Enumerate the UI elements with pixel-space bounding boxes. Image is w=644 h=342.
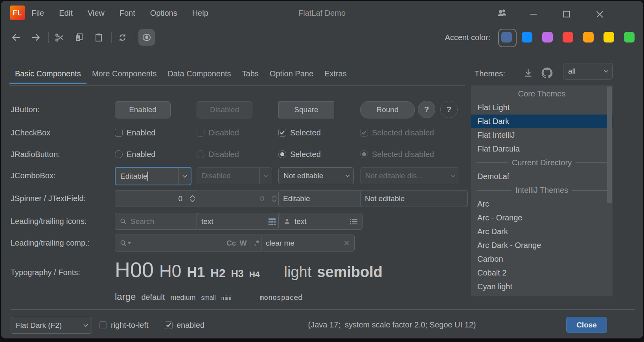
theme-item-arc-dark[interactable]: Arc Dark [471, 225, 613, 238]
spinner-value: 0 [120, 194, 182, 203]
accent-swatch-blue[interactable] [522, 32, 532, 43]
copy-button[interactable] [71, 29, 87, 46]
maximize-button[interactable] [560, 7, 573, 21]
tab-more-components[interactable]: More Components [86, 63, 162, 84]
menu-file[interactable]: File [31, 9, 44, 18]
cut-button[interactable] [51, 29, 68, 46]
jcheckbox-row-label: JCheckBox [11, 124, 50, 141]
radio-selected-icon [360, 150, 368, 158]
github-button[interactable] [540, 66, 554, 79]
search-comp-field[interactable]: Cc W .* [115, 235, 264, 251]
search-field[interactable]: Search [115, 213, 199, 230]
scrollbar-thumb[interactable] [607, 87, 612, 203]
square-button[interactable]: Square [278, 101, 334, 118]
accent-swatch-red[interactable] [563, 32, 573, 43]
regex-button[interactable]: .* [254, 239, 259, 248]
accent-swatch-blue-gray[interactable] [501, 32, 512, 43]
match-case-button[interactable]: Cc [226, 239, 236, 248]
theme-item-demolaf[interactable]: DemoLaf [471, 170, 613, 183]
accent-swatch-orange[interactable] [583, 32, 594, 43]
radio-enabled[interactable]: Enabled [115, 149, 155, 159]
small-sample: small [201, 294, 215, 301]
laf-combobox-value: Flat Dark (F2) [11, 321, 80, 330]
chevron-down-icon[interactable] [178, 168, 191, 185]
round-button[interactable]: Round [360, 101, 415, 118]
theme-item-arc-dark-orange[interactable]: Arc Dark - Orange [471, 238, 613, 252]
theme-item-carbon[interactable]: Carbon [471, 252, 613, 266]
theme-item-cobalt-2[interactable]: Cobalt 2 [471, 266, 613, 280]
text-field-table-icon[interactable]: text [197, 213, 281, 230]
spinner-value: 0 [201, 194, 264, 203]
accent-swatch-yellow[interactable] [604, 32, 614, 43]
back-button[interactable] [8, 29, 24, 46]
scissors-icon [55, 33, 64, 43]
accent-swatch-green[interactable] [624, 32, 635, 43]
whole-word-button[interactable]: W [239, 239, 247, 248]
download-themes-button[interactable] [521, 66, 535, 79]
theme-item-arc[interactable]: Arc [471, 197, 613, 211]
accent-swatch-purple[interactable] [542, 32, 553, 43]
laf-combobox[interactable]: Flat Dark (F2) [11, 317, 92, 334]
help-button-outline[interactable]: ? [440, 101, 458, 118]
close-button[interactable]: Close [566, 317, 607, 333]
main-tabs: Basic Components More Components Data Co… [9, 63, 352, 84]
tab-extras[interactable]: Extras [319, 63, 352, 84]
radio-disabled: Disabled [197, 149, 239, 159]
theme-item-flat-darcula[interactable]: Flat Darcula [471, 142, 613, 156]
editable-combobox[interactable]: Editable [115, 167, 191, 185]
tab-basic-components[interactable]: Basic Components [9, 63, 86, 84]
theme-item-flat-dark[interactable]: Flat Dark [471, 115, 613, 128]
combobox-value: Not editable dis... [361, 172, 447, 180]
clear-icon[interactable] [343, 240, 350, 246]
minimize-button[interactable] [527, 7, 540, 21]
close-window-button[interactable] [593, 7, 606, 21]
help-button[interactable]: ? [418, 101, 435, 118]
themes-filter-combobox[interactable]: all [563, 63, 613, 79]
menu-view[interactable]: View [88, 9, 105, 18]
text-field-person-list[interactable]: text [278, 213, 362, 230]
right-to-left-checkbox[interactable]: right-to-left [99, 320, 149, 330]
tabs-separator-line [9, 85, 465, 86]
checkbox-icon [115, 129, 123, 137]
menu-edit[interactable]: Edit [59, 9, 72, 18]
medium-sample: medium [170, 294, 195, 302]
jcombobox-row-label: JComboBox: [11, 167, 56, 184]
paste-button[interactable] [90, 29, 107, 46]
spinner-up-icon [271, 195, 277, 199]
menu-font[interactable]: Font [120, 9, 135, 18]
typography-styles: large default medium small mini monospac… [115, 291, 302, 302]
search-menu-button[interactable] [120, 239, 131, 247]
radio-selected[interactable]: Selected [278, 149, 321, 159]
menu-options[interactable]: Options [150, 9, 177, 18]
show-hidden-toggle[interactable] [138, 29, 155, 46]
enabled-button[interactable]: Enabled [115, 101, 171, 118]
clearable-field[interactable]: clear me [261, 235, 355, 251]
h2-sample: H2 [210, 266, 225, 280]
list-icon[interactable] [350, 218, 358, 225]
tab-tabs[interactable]: Tabs [237, 63, 264, 84]
light-weight-sample: light [284, 264, 312, 281]
default-sample: default [141, 293, 165, 302]
spinner[interactable]: 0 [115, 190, 199, 207]
theme-item-flat-light[interactable]: Flat Light [471, 101, 613, 115]
theme-item-cyan-light[interactable]: Cyan light [471, 280, 613, 294]
refresh-button[interactable] [114, 29, 131, 46]
forward-button[interactable] [28, 29, 44, 46]
noneditable-combobox[interactable]: Not editable [278, 167, 354, 184]
menu-help[interactable]: Help [192, 9, 208, 18]
users-icon[interactable] [495, 6, 509, 20]
spinner-disabled: 0 [197, 190, 281, 207]
tab-data-components[interactable]: Data Components [162, 63, 236, 84]
themes-scrollbar[interactable] [607, 87, 612, 295]
noneditable-textfield: Not editable [360, 190, 468, 207]
editable-textfield[interactable]: Editable [278, 190, 362, 207]
enabled-checkbox[interactable]: enabled [165, 320, 204, 330]
themes-label: Themes: [475, 63, 505, 84]
theme-item-flat-intellij[interactable]: Flat IntelliJ [471, 128, 613, 142]
checkbox-enabled[interactable]: Enabled [115, 128, 155, 138]
theme-item-dark-flat[interactable]: Dark Flat [471, 294, 613, 296]
table-icon[interactable] [268, 218, 276, 225]
checkbox-selected[interactable]: Selected [278, 128, 321, 138]
tab-option-pane[interactable]: Option Pane [264, 63, 319, 84]
theme-item-arc-orange[interactable]: Arc - Orange [471, 211, 613, 225]
